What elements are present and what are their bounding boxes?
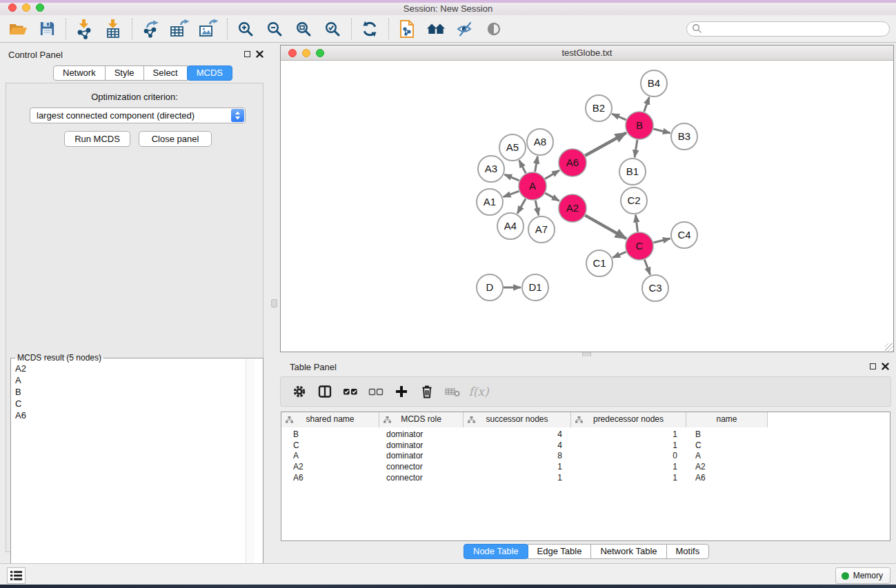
result-item[interactable]: A6 [11, 409, 263, 421]
run-mcds-button[interactable]: Run MCDS [64, 131, 130, 147]
edge-C-C2[interactable] [636, 215, 638, 232]
function-builder-icon[interactable]: f(x) [468, 381, 488, 402]
task-history-button[interactable] [7, 567, 26, 584]
column-header-successor-nodes[interactable]: successor nodes [464, 412, 571, 427]
edge-C-C4[interactable] [653, 239, 670, 243]
edge-A2-C[interactable] [585, 215, 626, 239]
node-C[interactable]: C [626, 232, 653, 260]
close-network-button[interactable] [288, 49, 297, 57]
delete-column-icon[interactable] [417, 381, 437, 402]
minimize-window-button[interactable] [22, 3, 30, 12]
hide-selected-icon[interactable] [452, 17, 477, 41]
window-resize-handle[interactable] [885, 343, 893, 352]
float-table-panel-icon[interactable] [870, 363, 876, 369]
edge-C-C1[interactable] [613, 252, 626, 257]
zoom-out-icon[interactable] [262, 17, 287, 41]
edge-A-A5[interactable] [519, 161, 526, 174]
close-table-panel-icon[interactable] [882, 363, 889, 370]
tab-edge-table[interactable]: Edge Table [528, 544, 592, 559]
node-A[interactable]: A [519, 172, 546, 200]
node-A8[interactable]: A8 [527, 129, 553, 155]
gear-icon[interactable] [289, 381, 310, 402]
edge-A-A7[interactable] [535, 201, 539, 216]
close-panel-icon[interactable] [256, 50, 263, 58]
node-B4[interactable]: B4 [641, 70, 667, 97]
node-C1[interactable]: C1 [586, 250, 613, 276]
memory-button[interactable]: Memory [835, 567, 890, 584]
edge-B-B4[interactable] [644, 97, 649, 112]
vertical-splitter-grip[interactable] [271, 299, 277, 307]
table-row[interactable]: A2connector11A2 [281, 462, 890, 473]
edge-A-A4[interactable] [517, 199, 526, 213]
edge-B-B2[interactable] [612, 114, 626, 120]
tab-network-table[interactable]: Network Table [590, 544, 666, 559]
network-canvas[interactable]: AA1A2A3A4A5A6A7A8BB1B2B3B4CC1C2C3C4DD1 [281, 61, 893, 352]
table-row[interactable]: A6connector11A6 [281, 473, 890, 484]
tab-select[interactable]: Select [143, 65, 188, 81]
table-row[interactable]: Bdominator41B [281, 429, 890, 440]
node-D1[interactable]: D1 [522, 274, 548, 301]
tab-node-table[interactable]: Node Table [464, 544, 528, 559]
show-all-icon[interactable] [481, 17, 506, 41]
column-header-name[interactable]: name [686, 412, 768, 427]
edge-B-B3[interactable] [653, 129, 670, 133]
node-A7[interactable]: A7 [528, 216, 555, 243]
minimize-network-button[interactable] [302, 49, 310, 57]
node-A6[interactable]: A6 [559, 149, 586, 176]
edge-A6-B[interactable] [585, 133, 626, 156]
edge-A-A8[interactable] [535, 156, 538, 172]
tab-mcds[interactable]: MCDS [187, 65, 232, 81]
search-input[interactable] [686, 21, 890, 37]
zoom-selected-icon[interactable] [320, 17, 345, 41]
refresh-icon[interactable] [357, 17, 382, 41]
zoom-network-button[interactable] [316, 49, 324, 57]
edge-A-A2[interactable] [545, 193, 559, 201]
node-A5[interactable]: A5 [499, 134, 526, 161]
delete-table-icon[interactable] [442, 381, 463, 402]
column-header-predecessor-nodes[interactable]: predecessor nodes [571, 412, 686, 427]
save-session-icon[interactable] [34, 17, 59, 41]
node-B1[interactable]: B1 [619, 159, 646, 185]
result-item[interactable]: A [11, 374, 263, 386]
import-table-icon[interactable] [101, 17, 126, 41]
close-panel-button[interactable]: Close panel [139, 131, 212, 147]
split-view-icon[interactable] [315, 381, 335, 402]
select-all-icon[interactable] [340, 381, 361, 402]
node-B[interactable]: B [626, 112, 653, 139]
tab-motifs[interactable]: Motifs [666, 544, 710, 559]
deselect-all-icon[interactable] [366, 381, 386, 402]
result-item[interactable]: B [11, 386, 263, 398]
result-scrollbar[interactable] [246, 359, 255, 588]
float-panel-icon[interactable] [244, 51, 250, 57]
import-network-icon[interactable] [72, 17, 97, 41]
edge-B-B1[interactable] [635, 140, 637, 157]
node-A2[interactable]: A2 [559, 194, 586, 222]
tab-network[interactable]: Network [53, 65, 106, 81]
edge-A-A3[interactable] [504, 174, 519, 181]
node-C2[interactable]: C2 [621, 187, 647, 214]
table-row[interactable]: Cdominator41C [281, 440, 890, 452]
node-B3[interactable]: B3 [671, 123, 697, 150]
zoom-window-button[interactable] [36, 3, 44, 12]
column-header-MCDS-role[interactable]: MCDS role [379, 412, 464, 427]
home-layouts-icon[interactable] [424, 17, 448, 41]
column-header-shared-name[interactable]: shared name [281, 412, 379, 427]
edge-A-A6[interactable] [545, 170, 559, 179]
open-session-file-icon[interactable] [395, 17, 419, 41]
add-column-icon[interactable] [391, 381, 412, 402]
criterion-dropdown[interactable]: largest connected component (directed) [30, 108, 246, 123]
node-C3[interactable]: C3 [642, 275, 668, 301]
result-item[interactable]: A2 [11, 363, 263, 374]
open-file-icon[interactable] [6, 17, 30, 41]
export-network-icon[interactable] [138, 17, 163, 41]
zoom-fit-icon[interactable] [291, 17, 316, 41]
table-row[interactable]: Adominator80A [281, 451, 890, 462]
edge-C-C3[interactable] [644, 260, 650, 275]
export-image-icon[interactable] [196, 17, 221, 41]
export-table-icon[interactable] [167, 17, 192, 41]
node-A4[interactable]: A4 [497, 213, 524, 239]
node-A1[interactable]: A1 [477, 189, 503, 215]
node-C4[interactable]: C4 [671, 222, 697, 248]
node-B2[interactable]: B2 [586, 95, 612, 121]
node-D[interactable]: D [477, 274, 503, 301]
